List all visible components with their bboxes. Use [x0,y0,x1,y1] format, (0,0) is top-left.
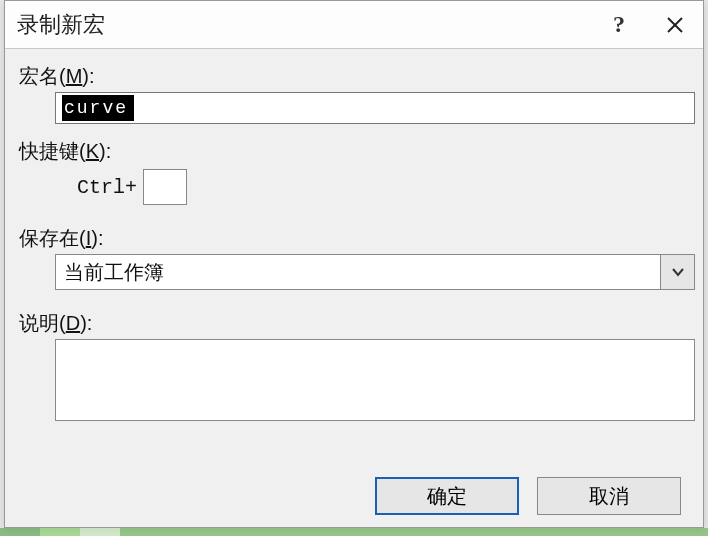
help-button[interactable]: ? [591,1,647,49]
ok-button[interactable]: 确定 [375,477,519,515]
description-textarea[interactable] [55,339,695,421]
store-in-value: 当前工作簿 [56,255,660,289]
macro-name-input[interactable]: curve [55,92,695,124]
macro-name-selection: curve [62,95,134,121]
background-strip [0,528,708,536]
chevron-down-icon [671,267,685,277]
cancel-button[interactable]: 取消 [537,477,681,515]
store-in-dropdown-button[interactable] [660,255,694,289]
store-in-label: 保存在(I): [19,225,689,252]
store-in-combo[interactable]: 当前工作簿 [55,254,695,290]
close-icon [666,16,684,34]
record-macro-dialog: 录制新宏 ? 宏名(M): curve 快捷键(K): Ctrl+ [4,0,704,528]
dialog-body: 宏名(M): curve 快捷键(K): Ctrl+ 保存在(I): 当前工作簿 [5,49,703,465]
shortcut-label: 快捷键(K): [19,138,689,165]
dialog-footer: 确定 取消 [5,465,703,527]
ctrl-plus-label: Ctrl+ [77,176,137,199]
dialog-title: 录制新宏 [17,10,591,40]
macro-name-label: 宏名(M): [19,63,689,90]
description-label: 说明(D): [19,310,689,337]
titlebar: 录制新宏 ? [5,1,703,49]
shortcut-key-input[interactable] [143,169,187,205]
close-button[interactable] [647,1,703,49]
